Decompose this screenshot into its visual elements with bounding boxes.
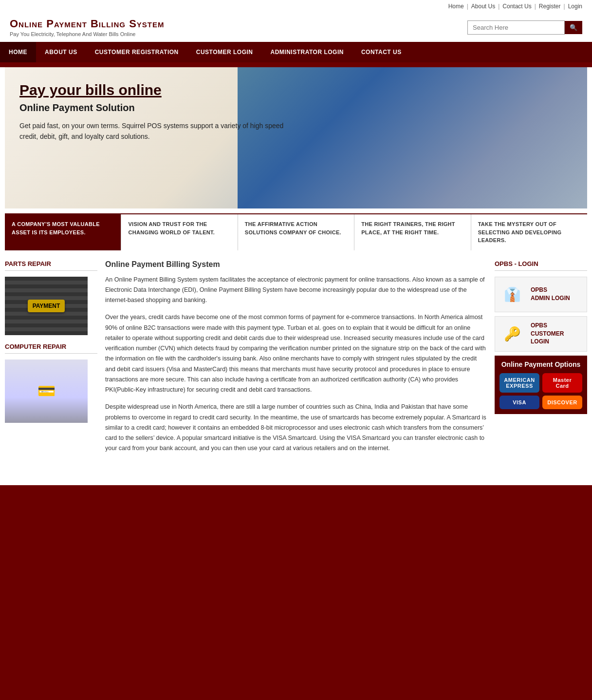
visa-card: VISA: [500, 396, 539, 409]
topbar-contact-link[interactable]: Contact Us: [502, 3, 531, 10]
three-column-layout: PARTS REPAIR PAYMENT COMPUTER REPAIR 💳 O…: [5, 260, 587, 461]
card-grid: AMERICANEXPRESS MasterCard VISA DISCOVER: [500, 373, 582, 409]
hero-text: Get paid fast, on your own terms. Squirr…: [19, 120, 296, 142]
branding: Online Payment Billing System Pay You El…: [10, 18, 164, 37]
customer-login-box[interactable]: 🔑 OPBSCUSTOMER LOGIN: [495, 316, 587, 352]
top-bar: Home | About Us | Contact Us | Register …: [0, 0, 592, 13]
nav-admin-login[interactable]: ADMINISTRATOR LOGIN: [262, 42, 352, 62]
middle-title: Online Payment Billing System: [105, 260, 487, 269]
topbar-register-link[interactable]: Register: [539, 3, 561, 10]
bottom-spacer: [0, 471, 592, 485]
header: Online Payment Billing System Pay You El…: [0, 13, 592, 42]
keyboard-visual: PAYMENT: [5, 277, 88, 335]
search-box: 🔍: [467, 20, 582, 35]
middle-para-2: Over the years, credit cards have become…: [105, 312, 487, 395]
amex-card: AMERICANEXPRESS: [500, 373, 539, 393]
feature-tab-1[interactable]: A COMPANY’S MOST VALUABLE ASSET IS ITS E…: [5, 214, 121, 250]
hero-banner: Pay your bills online Online Payment Sol…: [5, 67, 587, 208]
mastercard-card: MasterCard: [542, 373, 582, 393]
middle-para-1: An Online Payment Billing System system …: [105, 275, 487, 306]
opbs-login-title: OPBS - Login: [495, 260, 587, 271]
search-button[interactable]: 🔍: [565, 21, 582, 34]
discover-card: DISCOVER: [542, 396, 582, 409]
hero-content: Pay your bills online Online Payment Sol…: [19, 82, 296, 142]
computer-repair-image: 💳: [5, 359, 88, 423]
customer-login-icon: 🔑: [499, 321, 526, 347]
site-subtitle: Pay You Electricity, Telephone And Water…: [10, 31, 164, 37]
payment-options-box: Online Payment Options AMERICANEXPRESS M…: [495, 356, 587, 414]
left-column: PARTS REPAIR PAYMENT COMPUTER REPAIR 💳: [5, 260, 97, 423]
main-wrapper: Pay your bills online Online Payment Sol…: [0, 67, 592, 485]
admin-login-label: OPBSADMIN LOGIN: [531, 286, 570, 303]
right-column: OPBS - Login 👔 OPBSADMIN LOGIN 🔑 OPBSCUS…: [495, 260, 587, 414]
feature-tab-4[interactable]: THE RIGHT TRAINERS, THE RIGHT PLACE, AT …: [354, 214, 471, 250]
payment-key: PAYMENT: [28, 300, 65, 312]
topbar-about-link[interactable]: About Us: [471, 3, 495, 10]
payment-options-title: Online Payment Options: [500, 360, 582, 368]
hero-subtitle: Online Payment Solution: [19, 102, 296, 114]
main-nav: HOME ABOUT US CUSTOMER REGISTRATION CUST…: [0, 42, 592, 62]
feature-tabs: A COMPANY’S MOST VALUABLE ASSET IS ITS E…: [5, 213, 587, 250]
topbar-login-link[interactable]: Login: [568, 3, 582, 10]
nav-about[interactable]: ABOUT US: [36, 42, 86, 62]
parts-repair-image: PAYMENT: [5, 277, 88, 335]
feature-tab-2[interactable]: VISION AND TRUST FOR THE CHANGING WORLD …: [121, 214, 238, 250]
computer-repair-title: COMPUTER REPAIR: [5, 343, 97, 354]
admin-login-box[interactable]: 👔 OPBSADMIN LOGIN: [495, 277, 587, 312]
middle-column: Online Payment Billing System An Online …: [105, 260, 487, 461]
topbar-home-link[interactable]: Home: [448, 3, 464, 10]
laptop-visual: 💳: [5, 359, 88, 423]
search-input[interactable]: [467, 20, 565, 35]
feature-tab-5[interactable]: TAKE THE MYSTERY OUT OF SELECTING AND DE…: [471, 214, 587, 250]
customer-login-label: OPBSCUSTOMER LOGIN: [531, 322, 583, 346]
parts-repair-title: PARTS REPAIR: [5, 260, 97, 271]
middle-para-3: Despite widespread use in North America,…: [105, 402, 487, 454]
hero-title: Pay your bills online: [19, 82, 296, 98]
nav-registration[interactable]: CUSTOMER REGISTRATION: [86, 42, 187, 62]
site-title: Online Payment Billing System: [10, 18, 164, 30]
nav-customer-login[interactable]: CUSTOMER LOGIN: [187, 42, 262, 62]
nav-contact[interactable]: CONTACT US: [352, 42, 410, 62]
feature-tab-3[interactable]: THE AFFIRMATIVE ACTION SOLUTIONS COMPANY…: [238, 214, 354, 250]
admin-login-icon: 👔: [499, 281, 526, 308]
nav-home[interactable]: HOME: [0, 42, 36, 62]
